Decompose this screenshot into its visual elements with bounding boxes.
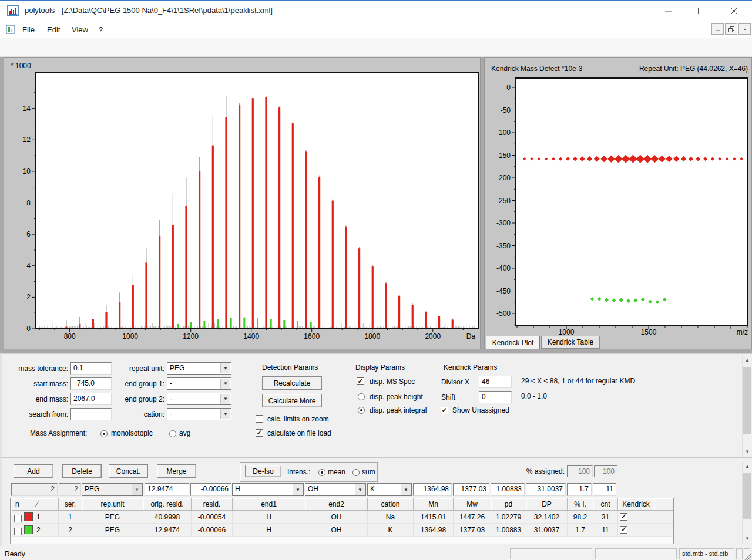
column-header-end2[interactable]: end2 [306, 498, 368, 511]
peak-height-radio[interactable] [358, 393, 365, 400]
avg-radio[interactable] [169, 430, 176, 437]
monoisotopic-radio[interactable] [100, 430, 108, 437]
maximize-button[interactable] [687, 1, 714, 20]
menu-file[interactable]: File [19, 24, 38, 35]
spectrum-peak-na [119, 302, 120, 328]
edit-pct_i-field[interactable]: 1.7 [567, 483, 592, 496]
kendrick-plot[interactable]: Kendrick Mass Defect *10e-3Repeat Unit: … [485, 58, 752, 336]
chevron-down-icon[interactable]: ▼ [220, 394, 230, 404]
spectrum-plot-area[interactable] [36, 72, 478, 329]
kendrick-checkbox[interactable] [620, 513, 627, 521]
column-header-% I.[interactable]: % I. [568, 498, 593, 511]
column-header-ser.[interactable]: ser. [59, 498, 82, 511]
kendrick-plot-area[interactable] [516, 78, 748, 326]
edit-cnt-field[interactable]: 11 [593, 483, 616, 496]
edit-pd-field[interactable]: 1.00883 [491, 483, 525, 496]
chevron-down-icon[interactable]: ▼ [355, 484, 365, 495]
chevron-down-icon[interactable]: ▼ [293, 484, 303, 495]
scroll-down-icon[interactable]: ▼ [743, 534, 752, 544]
mass-spectrum-plot[interactable]: * 10000246810121480010001200140016001800… [4, 58, 481, 350]
chevron-down-icon[interactable]: ▼ [220, 409, 230, 419]
add-button[interactable]: Add [14, 464, 53, 478]
edit-resid-field[interactable]: -0.00066 [190, 483, 231, 496]
column-header-Kendrick[interactable]: Kendrick [618, 498, 654, 511]
column-header-cnt[interactable]: cnt [593, 498, 618, 511]
end-group1-select[interactable]: -▼ [167, 377, 231, 390]
show-unassigned-checkbox[interactable] [441, 407, 448, 414]
edit-mn-field[interactable]: 1364.98 [413, 483, 452, 496]
column-header-rep.unit[interactable]: rep.unit [82, 498, 143, 511]
scroll-up-icon[interactable]: ▲ [743, 461, 752, 471]
edit-cation-select[interactable]: K▼ [367, 483, 412, 496]
peak-integral-radio[interactable] [358, 407, 365, 414]
repeat-unit-select[interactable]: PEG▼ [167, 362, 231, 375]
deiso-button[interactable]: De-Iso [245, 465, 281, 477]
column-header-n[interactable]: n/ [12, 498, 59, 511]
table-cell-cation: K [368, 524, 414, 537]
spectrum-peak-na [292, 123, 294, 328]
kendrick-checkbox[interactable] [620, 526, 627, 534]
menu-bar: File Edit View ? [0, 20, 752, 38]
menu-help[interactable]: ? [96, 24, 106, 35]
edit-mw-field[interactable]: 1377.03 [453, 483, 489, 496]
scroll-up-icon[interactable]: ▲ [743, 355, 752, 365]
calc-on-load-checkbox[interactable] [256, 429, 263, 437]
table-cell-resid: -0.00066 [192, 524, 233, 537]
y-tick-label: 8 [26, 199, 31, 207]
concat-button[interactable]: Concat. [109, 464, 148, 478]
column-header-Mw[interactable]: Mw [454, 498, 491, 511]
delete-button[interactable]: Delete [62, 464, 102, 478]
shift-input[interactable]: 0 [479, 391, 512, 403]
column-header-resid.[interactable]: resid. [192, 498, 233, 511]
calc-limits-checkbox[interactable] [256, 415, 263, 423]
params-scrollbar[interactable]: ▲ ▼ [742, 355, 752, 457]
chevron-down-icon[interactable]: ▼ [220, 363, 230, 373]
spectrum-peak-na [212, 146, 214, 328]
row-select-checkbox[interactable] [14, 528, 22, 535]
edit-n-field[interactable]: 2 [11, 483, 58, 496]
intens-mean-radio[interactable] [318, 469, 325, 476]
merge-button[interactable]: Merge [157, 464, 196, 478]
calculate-more-button[interactable]: Calculate More [262, 394, 322, 407]
scrollbar-thumb[interactable] [743, 367, 751, 434]
column-header-pd[interactable]: pd [491, 498, 526, 511]
scrollbar-thumb[interactable] [743, 473, 751, 519]
mdi-close-button[interactable] [738, 23, 751, 35]
chevron-down-icon[interactable]: ▼ [220, 379, 230, 389]
edit-orig_resid-field[interactable]: 12.9474 [145, 483, 189, 496]
y-tick-label: 10 [23, 167, 31, 176]
close-button[interactable] [720, 1, 747, 20]
menu-edit[interactable]: Edit [44, 24, 63, 35]
edit-rep_unit-select[interactable]: PEG▼ [82, 483, 143, 496]
resize-grip[interactable] [744, 554, 751, 560]
disp-ms-spec-checkbox[interactable] [357, 377, 364, 385]
chevron-down-icon[interactable]: ▼ [132, 484, 142, 495]
column-header-cation[interactable]: cation [368, 498, 414, 511]
chevron-down-icon[interactable]: ▼ [401, 484, 411, 495]
table-cell-kendrick [618, 524, 654, 537]
spectrum-peak-na [105, 312, 107, 328]
mdi-restore-button[interactable] [725, 23, 737, 35]
intens-sum-radio[interactable] [352, 469, 360, 476]
minimize-button[interactable] [654, 1, 682, 20]
tab-kendrick-table[interactable]: Kendrick Table [541, 336, 600, 349]
recalculate-button[interactable]: Recalculate [262, 376, 322, 390]
scroll-down-icon[interactable]: ▼ [743, 447, 752, 457]
row-select-checkbox[interactable] [14, 515, 22, 522]
menu-view[interactable]: View [69, 24, 91, 35]
column-header-Mn[interactable]: Mn [414, 498, 454, 511]
edit-end2-select[interactable]: OH▼ [305, 483, 366, 496]
cation-select[interactable]: -▼ [167, 408, 231, 420]
column-header-empty[interactable] [654, 498, 673, 511]
mdi-minimize-button[interactable] [711, 23, 724, 35]
column-header-end1[interactable]: end1 [233, 498, 306, 511]
column-header-DP[interactable]: DP [526, 498, 568, 511]
edit-ser-field[interactable]: 2 [59, 483, 81, 496]
edit-dp-field[interactable]: 31.0037 [526, 483, 566, 496]
column-header-orig. resid.[interactable]: orig. resid. [143, 498, 192, 511]
edit-end1-select[interactable]: H▼ [232, 483, 304, 496]
table-scrollbar[interactable]: ▲ ▼ [742, 461, 752, 544]
divisor-input[interactable]: 46 [479, 376, 512, 388]
tab-kendrick-plot[interactable]: Kendrick Plot [486, 336, 540, 349]
end-group2-select[interactable]: -▼ [167, 393, 231, 405]
